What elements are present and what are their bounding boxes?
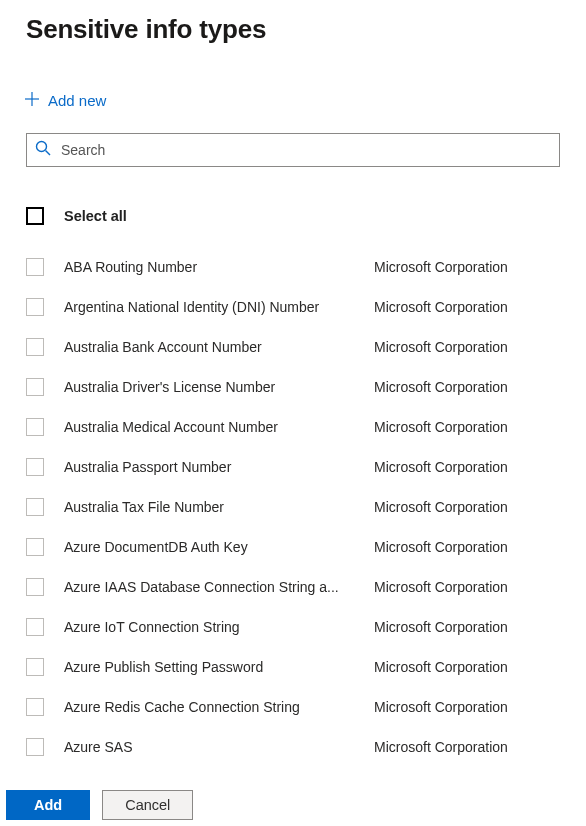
item-name[interactable]: Australia Bank Account Number (64, 339, 374, 355)
svg-line-3 (46, 151, 51, 156)
item-checkbox[interactable] (26, 738, 44, 756)
item-name[interactable]: ABA Routing Number (64, 259, 374, 275)
item-publisher: Microsoft Corporation (374, 379, 560, 395)
item-checkbox[interactable] (26, 698, 44, 716)
list-item: Azure IAAS Database Connection String a.… (26, 567, 560, 607)
svg-point-2 (37, 142, 47, 152)
item-checkbox[interactable] (26, 498, 44, 516)
item-name[interactable]: Australia Passport Number (64, 459, 374, 475)
search-icon (35, 140, 51, 160)
list-item: Australia Tax File NumberMicrosoft Corpo… (26, 487, 560, 527)
item-name[interactable]: Australia Tax File Number (64, 499, 374, 515)
item-checkbox[interactable] (26, 538, 44, 556)
item-checkbox[interactable] (26, 298, 44, 316)
list-item: Australia Medical Account NumberMicrosof… (26, 407, 560, 447)
item-publisher: Microsoft Corporation (374, 339, 560, 355)
item-name[interactable]: Argentina National Identity (DNI) Number (64, 299, 374, 315)
item-publisher: Microsoft Corporation (374, 299, 560, 315)
item-publisher: Microsoft Corporation (374, 699, 560, 715)
search-input[interactable] (59, 141, 551, 159)
item-publisher: Microsoft Corporation (374, 579, 560, 595)
search-box[interactable] (26, 133, 560, 167)
list-item: Australia Driver's License NumberMicroso… (26, 367, 560, 407)
item-publisher: Microsoft Corporation (374, 499, 560, 515)
list-item: Azure Publish Setting PasswordMicrosoft … (26, 647, 560, 687)
item-name[interactable]: Azure SAS (64, 739, 374, 755)
select-all-checkbox[interactable] (26, 207, 44, 225)
item-checkbox[interactable] (26, 418, 44, 436)
item-name[interactable]: Azure IAAS Database Connection String a.… (64, 579, 374, 595)
item-publisher: Microsoft Corporation (374, 619, 560, 635)
list-item: Azure DocumentDB Auth KeyMicrosoft Corpo… (26, 527, 560, 567)
item-name[interactable]: Australia Driver's License Number (64, 379, 374, 395)
item-publisher: Microsoft Corporation (374, 659, 560, 675)
add-new-label: Add new (48, 92, 106, 109)
list-item: Australia Passport NumberMicrosoft Corpo… (26, 447, 560, 487)
item-checkbox[interactable] (26, 338, 44, 356)
select-all-label: Select all (64, 208, 127, 224)
item-checkbox[interactable] (26, 578, 44, 596)
item-name[interactable]: Azure IoT Connection String (64, 619, 374, 635)
item-checkbox[interactable] (26, 658, 44, 676)
item-name[interactable]: Azure DocumentDB Auth Key (64, 539, 374, 555)
item-checkbox[interactable] (26, 258, 44, 276)
list-item: ABA Routing NumberMicrosoft Corporation (26, 247, 560, 287)
item-checkbox[interactable] (26, 458, 44, 476)
page-title: Sensitive info types (26, 14, 560, 45)
item-name[interactable]: Azure Publish Setting Password (64, 659, 374, 675)
add-new-button[interactable]: Add new (24, 91, 106, 110)
info-type-list: ABA Routing NumberMicrosoft CorporationA… (26, 247, 560, 767)
cancel-button[interactable]: Cancel (102, 790, 193, 820)
list-item: Azure SASMicrosoft Corporation (26, 727, 560, 767)
item-publisher: Microsoft Corporation (374, 739, 560, 755)
list-item: Azure IoT Connection StringMicrosoft Cor… (26, 607, 560, 647)
list-item: Azure Redis Cache Connection StringMicro… (26, 687, 560, 727)
list-item: Australia Bank Account NumberMicrosoft C… (26, 327, 560, 367)
item-name[interactable]: Australia Medical Account Number (64, 419, 374, 435)
plus-icon (24, 91, 40, 110)
item-name[interactable]: Azure Redis Cache Connection String (64, 699, 374, 715)
item-publisher: Microsoft Corporation (374, 459, 560, 475)
list-item: Argentina National Identity (DNI) Number… (26, 287, 560, 327)
item-publisher: Microsoft Corporation (374, 419, 560, 435)
item-checkbox[interactable] (26, 618, 44, 636)
item-publisher: Microsoft Corporation (374, 539, 560, 555)
item-publisher: Microsoft Corporation (374, 259, 560, 275)
item-checkbox[interactable] (26, 378, 44, 396)
add-button[interactable]: Add (6, 790, 90, 820)
